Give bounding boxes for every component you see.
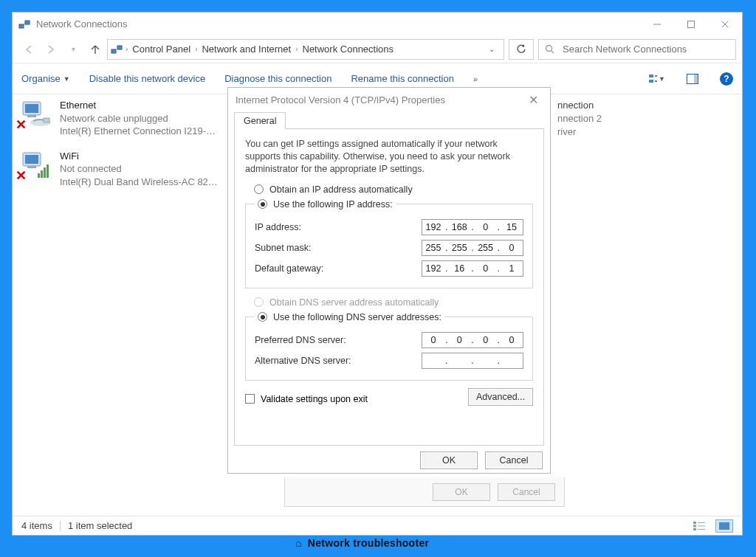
rename-button[interactable]: Rename this connection xyxy=(351,73,453,84)
svg-rect-27 xyxy=(47,165,49,178)
minimize-button[interactable] xyxy=(640,13,674,35)
svg-rect-15 xyxy=(694,75,698,83)
svg-line-9 xyxy=(551,50,554,53)
radio-label: Use the following IP address: xyxy=(273,199,393,210)
tab-body: You can get IP settings assigned automat… xyxy=(234,128,544,446)
organise-menu[interactable]: Organise ▼ xyxy=(21,73,70,84)
radio-label: Obtain DNS server address automatically xyxy=(269,297,439,308)
overflow-button[interactable]: » xyxy=(473,75,478,83)
svg-rect-25 xyxy=(41,170,43,178)
dialog-title: Internet Protocol Version 4 (TCP/IPv4) P… xyxy=(236,94,445,105)
label-preferred-dns: Preferred DNS server: xyxy=(255,335,422,345)
svg-rect-13 xyxy=(655,80,657,82)
status-bar: 4 items 1 item selected xyxy=(13,516,742,535)
back-button[interactable] xyxy=(18,39,39,60)
svg-rect-1 xyxy=(25,21,30,24)
svg-rect-32 xyxy=(693,528,696,530)
radio-icon xyxy=(254,184,264,194)
help-button[interactable]: ? xyxy=(720,72,733,86)
network-connections-icon xyxy=(18,18,30,30)
hidden-conn-line3: river xyxy=(557,125,602,139)
tab-general[interactable]: General xyxy=(234,112,286,129)
radio-label: Use the following DNS server addresses: xyxy=(273,312,441,322)
window-title: Network Connections xyxy=(36,18,128,30)
svg-rect-17 xyxy=(25,104,38,113)
parent-dialog-footer: OK Cancel xyxy=(284,477,565,507)
svg-rect-11 xyxy=(649,80,653,83)
parent-ok-button[interactable]: OK xyxy=(433,483,490,501)
label-alternative-dns: Alternative DNS server: xyxy=(255,356,422,366)
maximize-button[interactable] xyxy=(674,13,708,35)
svg-rect-34 xyxy=(719,522,729,530)
connection-item-hidden[interactable]: nnection nnection 2 river xyxy=(557,99,602,139)
search-icon xyxy=(545,44,555,55)
connection-name: WiFi xyxy=(60,150,218,163)
svg-rect-26 xyxy=(44,167,46,178)
svg-rect-7 xyxy=(117,46,122,49)
connection-device: Intel(R) Dual Band Wireless-AC 82… xyxy=(60,176,218,189)
breadcrumb-icon xyxy=(111,44,123,55)
dns-group: Use the following DNS server addresses: … xyxy=(245,312,533,381)
tab-strip: General xyxy=(228,111,550,128)
label-subnet-mask: Subnet mask: xyxy=(255,243,422,253)
svg-rect-22 xyxy=(25,155,38,164)
radio-use-ip[interactable]: Use the following IP address: xyxy=(255,199,396,210)
details-view-button[interactable] xyxy=(690,519,708,533)
wifi-icon: ✕ xyxy=(20,150,52,182)
connection-status: Network cable unplugged xyxy=(60,112,216,125)
search-box[interactable] xyxy=(538,39,736,60)
svg-point-8 xyxy=(546,45,552,51)
radio-obtain-dns-auto: Obtain DNS server address automatically xyxy=(254,297,533,308)
radio-icon xyxy=(254,297,264,307)
svg-rect-24 xyxy=(38,173,40,178)
svg-rect-3 xyxy=(688,21,695,27)
titlebar: Network Connections xyxy=(13,13,742,35)
diagnose-button[interactable]: Diagnose this connection xyxy=(224,73,331,84)
svg-rect-0 xyxy=(19,24,24,28)
crumb-network-internet[interactable]: Network and Internet xyxy=(200,44,292,55)
svg-rect-10 xyxy=(649,75,653,77)
connection-name: Ethernet xyxy=(60,99,216,112)
svg-rect-20 xyxy=(44,118,49,122)
svg-rect-12 xyxy=(655,75,657,77)
svg-rect-31 xyxy=(698,525,705,526)
view-menu[interactable]: ▼ xyxy=(649,71,665,87)
parent-cancel-button[interactable]: Cancel xyxy=(498,483,555,501)
breadcrumb-bar[interactable]: › Control Panel › Network and Internet ›… xyxy=(107,39,504,60)
crumb-network-connections[interactable]: Network Connections xyxy=(301,44,396,55)
input-subnet-mask[interactable]: 255. 255. 255. 0 xyxy=(422,240,523,256)
svg-rect-18 xyxy=(27,115,36,117)
status-item-count: 4 items xyxy=(21,520,52,531)
network-troubleshooter-heading: ⌂Network troubleshooter xyxy=(295,537,429,549)
cancel-button[interactable]: Cancel xyxy=(485,452,543,469)
preview-pane-button[interactable] xyxy=(684,71,701,87)
ok-button[interactable]: OK xyxy=(420,452,478,469)
label-ip-address: IP address: xyxy=(255,222,422,232)
radio-obtain-ip-auto[interactable]: Obtain an IP address automatically xyxy=(254,184,533,195)
label-default-gateway: Default gateway: xyxy=(255,263,422,274)
input-ip-address[interactable]: 192. 168. 0. 15 xyxy=(422,219,523,235)
refresh-button[interactable] xyxy=(509,39,534,60)
input-preferred-dns[interactable]: 0. 0. 0. 0 xyxy=(422,332,523,348)
advanced-button[interactable]: Advanced... xyxy=(468,388,533,406)
search-input[interactable] xyxy=(561,43,729,55)
up-button[interactable] xyxy=(85,39,106,60)
forward-button[interactable] xyxy=(41,39,61,60)
history-dropdown[interactable]: ▾ xyxy=(63,39,83,60)
svg-rect-29 xyxy=(698,522,705,523)
breadcrumb-dropdown[interactable]: ⌄ xyxy=(489,45,495,53)
connection-status: Not connected xyxy=(60,162,218,176)
crumb-control-panel[interactable]: Control Panel xyxy=(131,44,192,55)
input-default-gateway[interactable]: 192. 16. 0. 1 xyxy=(422,260,523,277)
error-x-icon: ✕ xyxy=(16,117,27,133)
input-alternative-dns[interactable]: . . . xyxy=(422,353,523,369)
dialog-close-button[interactable]: ✕ xyxy=(524,93,543,107)
checkbox-icon xyxy=(245,394,255,404)
disable-device-button[interactable]: Disable this network device xyxy=(89,73,206,84)
connection-device: Intel(R) Ethernet Connection I219-… xyxy=(60,125,216,138)
large-icons-view-button[interactable] xyxy=(715,519,733,533)
status-selected-count: 1 item selected xyxy=(68,520,132,531)
hidden-conn-line1: nnection xyxy=(557,99,602,112)
radio-use-dns[interactable]: Use the following DNS server addresses: xyxy=(255,312,444,322)
close-button[interactable] xyxy=(708,13,742,35)
